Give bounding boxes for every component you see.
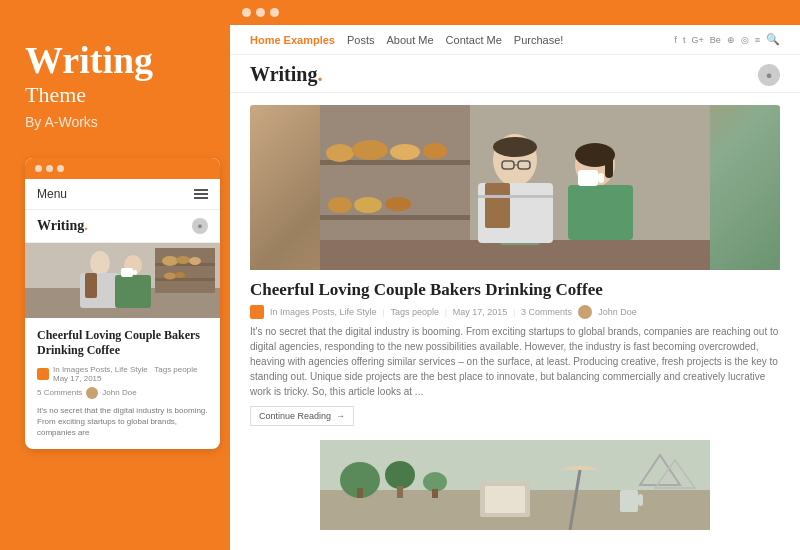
svg-point-27 [354,197,382,213]
svg-rect-12 [85,273,97,298]
mobile-menu-label: Menu [37,187,67,201]
svg-point-22 [326,144,354,162]
mobile-post-image [25,243,220,318]
twitter-icon[interactable]: t [683,35,686,45]
mobile-nav: Menu [25,179,220,210]
hamburger-icon[interactable] [194,189,208,199]
svg-rect-14 [115,275,151,308]
continue-reading-button[interactable]: Continue Reading → [250,406,354,426]
post-meta-row: In Images Posts, Life Style | Tags peopl… [250,305,780,319]
svg-point-50 [385,461,415,489]
svg-point-10 [90,251,110,275]
svg-rect-4 [155,278,215,281]
nav-link-contact[interactable]: Contact Me [446,34,502,46]
google-plus-icon[interactable]: G+ [691,35,703,45]
dribbble-icon[interactable]: ⊕ [727,35,735,45]
featured-post: Cheerful Loving Couple Bakers Drinking C… [250,105,780,430]
svg-point-23 [352,140,388,160]
svg-point-7 [189,257,201,265]
svg-point-8 [164,272,176,279]
svg-rect-15 [121,268,133,277]
second-post-preview [250,440,780,530]
nav-link-posts[interactable]: Posts [347,34,375,46]
site-brand-name: Writing. [250,63,322,86]
svg-point-5 [162,256,178,266]
svg-point-24 [390,144,420,160]
instagram-icon[interactable]: ◎ [741,35,749,45]
mobile-meta-text: In Images Posts, Life Style Tags people … [53,365,208,383]
svg-rect-53 [432,489,438,498]
svg-rect-49 [357,488,363,498]
nav-link-purchase[interactable]: Purchase! [514,34,564,46]
svg-rect-2 [155,248,215,293]
mobile-author-row: 5 Comments John Doe [37,387,208,399]
featured-post-title: Cheerful Loving Couple Bakers Drinking C… [250,280,780,300]
svg-rect-41 [605,153,613,178]
theme-title: Writing Theme By A-Works [25,40,205,158]
site-nav-icons: f t G+ Be ⊕ ◎ ≡ 🔍 [674,33,780,46]
rss-icon[interactable]: ≡ [755,35,760,45]
continue-reading-label: Continue Reading [259,411,331,421]
post-meta-category: In Images Posts, Life Style [270,307,377,317]
svg-rect-51 [397,486,403,498]
svg-rect-38 [578,170,598,186]
mobile-meta-icon [37,368,49,380]
svg-rect-58 [638,494,643,506]
svg-point-26 [328,197,352,213]
post-meta-comments: 3 Comments [521,307,572,317]
svg-point-28 [385,197,411,211]
right-panel: Home Examples Posts About Me Contact Me … [230,0,800,550]
site-nav-links: Home Examples Posts About Me Contact Me … [250,34,563,46]
post-author-avatar [578,305,592,319]
site-avatar: ● [758,64,780,86]
svg-rect-35 [478,195,553,198]
post-meta-date: May 17, 2015 [453,307,508,317]
svg-point-25 [423,143,447,159]
mobile-mockup: Menu Writing. ● [25,158,220,449]
site-nav: Home Examples Posts About Me Contact Me … [230,25,800,55]
behance-icon[interactable]: Be [710,35,721,45]
svg-point-6 [176,256,190,264]
mobile-author-name: John Doe [102,388,136,397]
svg-rect-56 [485,486,525,513]
svg-rect-16 [133,270,137,275]
post-meta-tags: Tags people [390,307,439,317]
featured-post-image [250,105,780,270]
browser-dot-3 [270,8,279,17]
site-brand-bar: Writing. ● [230,55,800,93]
browser-dot-1 [242,8,251,17]
browser-chrome [230,0,800,25]
mobile-post-title: Cheerful Loving Couple Bakers Drinking C… [37,328,208,359]
svg-rect-34 [485,183,510,228]
search-icon[interactable]: 🔍 [766,33,780,46]
left-panel: Writing Theme By A-Works Menu Writing. ● [0,0,230,550]
mobile-brand-bar: Writing. ● [25,210,220,243]
mobile-meta-row: In Images Posts, Life Style Tags people … [37,365,208,383]
post-meta-icon [250,305,264,319]
svg-point-9 [175,272,185,278]
mobile-author-avatar [86,387,98,399]
mobile-excerpt: It's no secret that the digital industry… [37,405,208,439]
site-main: Cheerful Loving Couple Bakers Drinking C… [230,93,800,550]
post-author-name: John Doe [598,307,637,317]
mobile-post-content: Cheerful Loving Couple Bakers Drinking C… [25,318,220,449]
mobile-brand: Writing. [37,218,88,234]
svg-point-42 [493,137,537,157]
svg-rect-57 [620,490,638,512]
mobile-dot-2 [46,165,53,172]
browser-dot-2 [256,8,265,17]
nav-link-home[interactable]: Home Examples [250,34,335,46]
facebook-icon[interactable]: f [674,35,677,45]
post-info: Cheerful Loving Couple Bakers Drinking C… [250,270,780,430]
mobile-comments: 5 Comments [37,388,82,397]
browser-content: Home Examples Posts About Me Contact Me … [230,25,800,550]
mobile-dot-3 [57,165,64,172]
nav-link-about[interactable]: About Me [387,34,434,46]
mobile-dot-1 [35,165,42,172]
mobile-top-bar [25,158,220,179]
post-excerpt: It's no secret that the digital industry… [250,324,780,399]
svg-rect-37 [568,185,633,240]
svg-rect-21 [320,215,470,220]
share-icon: → [336,411,345,421]
mobile-avatar-icon: ● [192,218,208,234]
